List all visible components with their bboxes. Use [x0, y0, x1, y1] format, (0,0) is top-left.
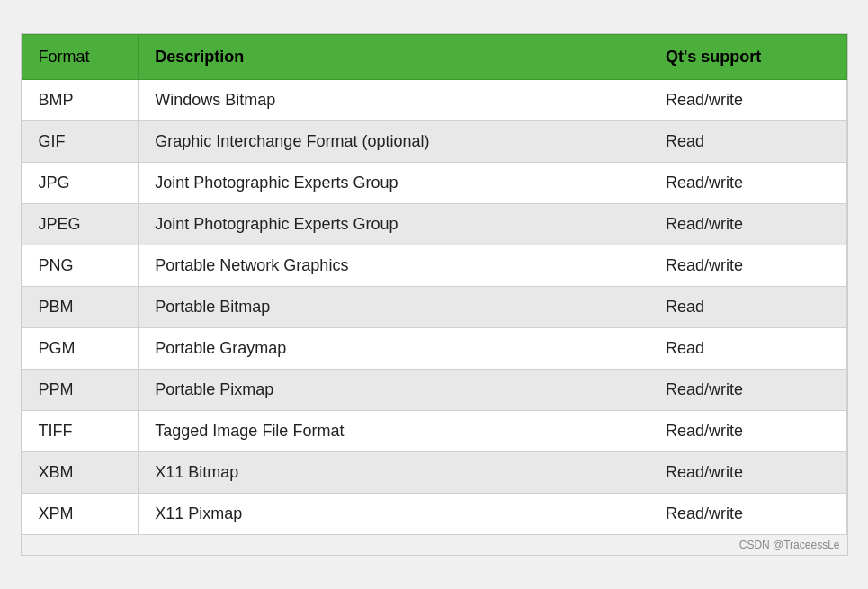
table-row: PBMPortable BitmapRead — [22, 287, 846, 328]
table-row: XPMX11 PixmapRead/write — [22, 494, 846, 535]
cell-format: TIFF — [22, 411, 139, 452]
cell-format: BMP — [22, 80, 139, 121]
cell-description: Portable Graymap — [139, 328, 649, 370]
header-description: Description — [139, 35, 649, 80]
cell-description: Joint Photographic Experts Group — [139, 163, 649, 204]
cell-support: Read — [649, 121, 847, 163]
cell-format: PBM — [22, 287, 139, 328]
table-row: GIFGraphic Interchange Format (optional)… — [22, 121, 846, 163]
cell-support: Read/write — [649, 411, 847, 452]
cell-format: PGM — [22, 328, 139, 370]
cell-format: JPEG — [22, 204, 139, 245]
image-format-table: Format Description Qt's support BMPWindo… — [21, 33, 848, 556]
table-row: JPGJoint Photographic Experts GroupRead/… — [22, 163, 846, 204]
cell-description: Portable Bitmap — [139, 287, 649, 328]
table-row: TIFFTagged Image File FormatRead/write — [22, 411, 846, 452]
table-row: PNGPortable Network GraphicsRead/write — [22, 245, 846, 287]
cell-format: PNG — [22, 245, 139, 287]
cell-support: Read — [649, 328, 847, 370]
cell-support: Read/write — [649, 163, 847, 204]
table-row: BMPWindows BitmapRead/write — [22, 80, 846, 121]
cell-support: Read/write — [649, 494, 847, 535]
header-format: Format — [22, 35, 139, 80]
header-support: Qt's support — [649, 35, 847, 80]
cell-support: Read — [649, 287, 847, 328]
cell-description: Graphic Interchange Format (optional) — [139, 121, 649, 163]
table-row: XBMX11 BitmapRead/write — [22, 452, 846, 494]
cell-support: Read/write — [649, 245, 847, 287]
cell-support: Read/write — [649, 370, 847, 411]
cell-format: GIF — [22, 121, 139, 163]
cell-support: Read/write — [649, 80, 847, 121]
cell-description: Portable Pixmap — [139, 370, 649, 411]
cell-description: Windows Bitmap — [139, 80, 649, 121]
table-row: PGMPortable GraymapRead — [22, 328, 846, 370]
cell-description: Portable Network Graphics — [139, 245, 649, 287]
cell-description: Joint Photographic Experts Group — [139, 204, 649, 245]
table-row: JPEGJoint Photographic Experts GroupRead… — [22, 204, 846, 245]
cell-support: Read/write — [649, 204, 847, 245]
cell-support: Read/write — [649, 452, 847, 494]
cell-description: X11 Bitmap — [139, 452, 649, 494]
cell-description: Tagged Image File Format — [139, 411, 649, 452]
table-row: PPMPortable PixmapRead/write — [22, 370, 846, 411]
cell-format: XPM — [22, 494, 139, 535]
cell-description: X11 Pixmap — [139, 494, 649, 535]
cell-format: XBM — [22, 452, 139, 494]
cell-format: JPG — [22, 163, 139, 204]
watermark: CSDN @TraceessLe — [22, 535, 847, 555]
table-header-row: Format Description Qt's support — [22, 35, 846, 80]
cell-format: PPM — [22, 370, 139, 411]
